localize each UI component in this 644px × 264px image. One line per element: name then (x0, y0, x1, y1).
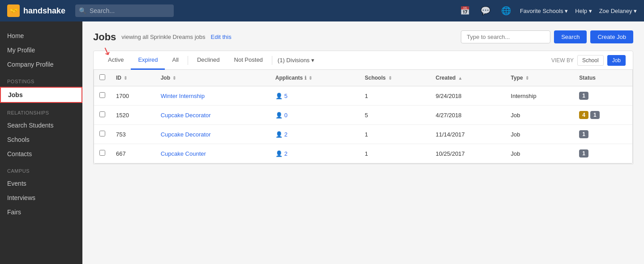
search-button[interactable]: Search (554, 30, 587, 43)
campus-section-label: Campus (0, 161, 82, 176)
sidebar-item-my-profile[interactable]: My Profile (0, 43, 82, 57)
row-created: 4/27/2018 (430, 106, 506, 125)
row-status: 1 (574, 125, 632, 144)
row-checkbox[interactable] (99, 92, 105, 98)
row-job[interactable]: Cupcake Decorator (155, 125, 270, 144)
applicant-icon: 👤 (275, 93, 283, 99)
row-applicants[interactable]: 👤2 (270, 125, 360, 144)
help-btn[interactable]: Help ▾ (575, 8, 592, 14)
row-checkbox-cell[interactable] (94, 144, 111, 163)
status-badge: 1 (579, 130, 588, 138)
row-job[interactable]: Cupcake Decorator (155, 106, 270, 125)
table-row: 667 Cupcake Counter 👤2 1 10/25/2017 Job … (94, 144, 632, 163)
favorite-schools-btn[interactable]: Favorite Schools ▾ (520, 8, 568, 14)
row-schools: 5 (360, 106, 430, 125)
globe-icon[interactable]: 🌐 (499, 4, 513, 17)
row-checkbox-cell[interactable] (94, 125, 111, 144)
sidebar-item-schools[interactable]: Schools (0, 132, 82, 147)
row-id: 1520 (111, 106, 155, 125)
status-badge: 1 (590, 111, 600, 119)
edit-this-link[interactable]: Edit this (211, 34, 232, 40)
sidebar-item-interviews[interactable]: Interviews (0, 191, 82, 205)
status-badge: 4 (579, 111, 588, 119)
tab-not-posted[interactable]: Not Posted (227, 51, 270, 70)
status-badge: 1 (579, 149, 588, 158)
row-type: Job (506, 106, 574, 125)
row-checkbox[interactable] (99, 150, 105, 156)
jobs-table: ID ⇕ Job ⇕ Applicants ℹ ⇕ Schools ⇕ Crea… (94, 70, 632, 163)
calendar-icon[interactable]: 📅 (458, 4, 472, 17)
applicant-icon: 👤 (275, 112, 283, 119)
table-row: 1520 Cupcake Decorator 👤0 5 4/27/2018 Jo… (94, 106, 632, 125)
sidebar-item-search-students[interactable]: Search Students (0, 118, 82, 132)
tab-divider-2 (272, 56, 272, 65)
select-all-header[interactable] (94, 70, 111, 86)
tab-all[interactable]: All (165, 51, 185, 70)
jobs-table-container: ID ⇕ Job ⇕ Applicants ℹ ⇕ Schools ⇕ Crea… (94, 70, 633, 164)
user-menu-btn[interactable]: Zoe Delaney ▾ (599, 8, 637, 14)
row-created: 11/14/2017 (430, 125, 506, 144)
row-job[interactable]: Cupcake Counter (155, 144, 270, 163)
row-type: Internship (506, 86, 574, 106)
col-type[interactable]: Type ⇕ (506, 70, 574, 86)
tab-divider (188, 56, 188, 65)
table-header-row: ID ⇕ Job ⇕ Applicants ℹ ⇕ Schools ⇕ Crea… (94, 70, 632, 86)
col-id[interactable]: ID ⇕ (111, 70, 155, 86)
row-job[interactable]: Winter Internship (155, 86, 270, 106)
sidebar: Home My Profile Company Profile Postings… (0, 21, 82, 264)
applicant-icon: 👤 (275, 131, 283, 138)
row-id: 667 (111, 144, 155, 163)
table-row: 1700 Winter Internship 👤5 1 9/24/2018 In… (94, 86, 632, 106)
row-applicants[interactable]: 👤0 (270, 106, 360, 125)
row-status: 41 (574, 106, 632, 125)
top-nav: 🤝 handshake 🔍 📅 💬 🌐 Favorite Schools ▾ H… (0, 0, 644, 21)
top-search-input[interactable] (75, 4, 174, 17)
row-applicants[interactable]: 👤5 (270, 86, 360, 106)
jobs-search-input[interactable] (461, 30, 550, 43)
jobs-header: Jobs viewing all Sprinkle Dreams jobs Ed… (93, 30, 633, 43)
tabs-row: Active Expired All Declined Not Posted (… (94, 51, 633, 70)
tab-expired[interactable]: Expired (131, 51, 165, 70)
row-schools: 1 (360, 125, 430, 144)
row-id: 1700 (111, 86, 155, 106)
status-badge: 1 (579, 92, 588, 100)
col-status: Status (574, 70, 632, 86)
row-checkbox-cell[interactable] (94, 106, 111, 125)
row-status: 1 (574, 144, 632, 163)
row-checkbox[interactable] (99, 111, 105, 117)
row-schools: 1 (360, 144, 430, 163)
tab-declined[interactable]: Declined (190, 51, 227, 70)
logo-icon: 🤝 (7, 4, 20, 17)
logo[interactable]: 🤝 handshake (7, 4, 70, 17)
view-by-job[interactable]: Job (607, 55, 626, 66)
row-applicants[interactable]: 👤2 (270, 144, 360, 163)
select-all-checkbox[interactable] (99, 74, 105, 80)
col-schools[interactable]: Schools ⇕ (360, 70, 430, 86)
nav-icons: 📅 💬 🌐 Favorite Schools ▾ Help ▾ Zoe Dela… (458, 4, 637, 17)
messages-icon[interactable]: 💬 (479, 4, 492, 17)
tab-divisions[interactable]: (1) Divisions ▾ (274, 51, 318, 69)
view-by-label: VIEW BY (551, 57, 574, 64)
table-row: 753 Cupcake Decorator 👤2 1 11/14/2017 Jo… (94, 125, 632, 144)
create-job-button[interactable]: Create Job (590, 30, 633, 43)
relationships-section-label: Relationships (0, 103, 82, 118)
sidebar-item-fairs[interactable]: Fairs (0, 205, 82, 219)
col-created[interactable]: Created ▲ (430, 70, 506, 86)
applicant-icon: 👤 (275, 150, 283, 157)
sidebar-item-contacts[interactable]: Contacts (0, 147, 82, 161)
sidebar-item-home[interactable]: Home (0, 29, 82, 43)
sidebar-item-jobs[interactable]: Jobs (0, 87, 82, 103)
row-checkbox-cell[interactable] (94, 86, 111, 106)
view-by-area: VIEW BY School Job (551, 51, 626, 69)
main-content: Jobs viewing all Sprinkle Dreams jobs Ed… (82, 21, 644, 264)
view-by-school[interactable]: School (577, 55, 604, 66)
row-type: Job (506, 125, 574, 144)
sidebar-item-company-profile[interactable]: Company Profile (0, 57, 82, 72)
col-job[interactable]: Job ⇕ (155, 70, 270, 86)
sidebar-item-events[interactable]: Events (0, 176, 82, 191)
col-applicants[interactable]: Applicants ℹ ⇕ (270, 70, 360, 86)
row-checkbox[interactable] (99, 131, 105, 136)
row-type: Job (506, 144, 574, 163)
row-created: 9/24/2018 (430, 86, 506, 106)
row-status: 1 (574, 86, 632, 106)
